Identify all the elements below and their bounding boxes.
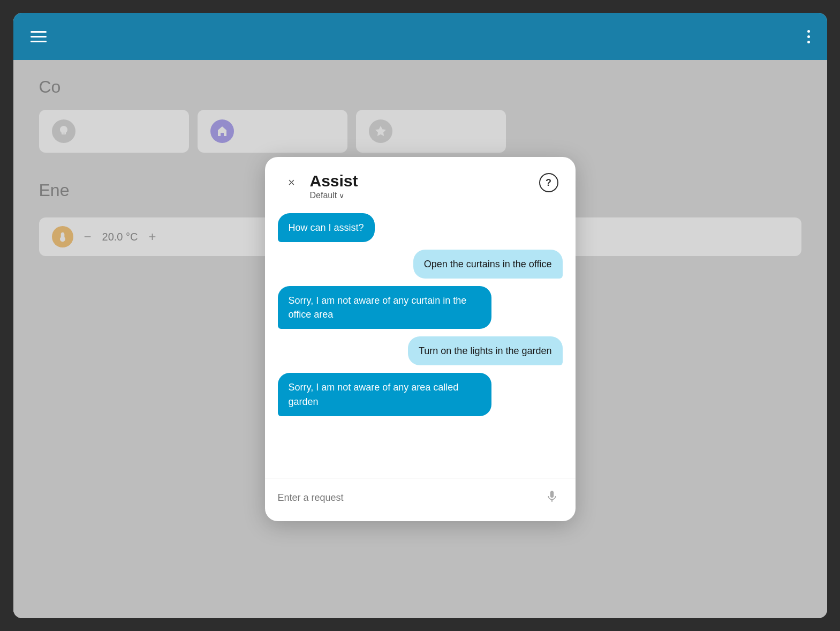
assist-dialog: × Assist Default ∨ ? How can [265,157,576,521]
title-block: Assist Default ∨ [310,172,358,200]
content-area: Co [13,60,827,618]
microphone-icon [545,490,559,506]
input-area [265,478,576,521]
menu-button[interactable] [31,31,47,42]
top-bar [13,13,827,60]
dialog-subtitle[interactable]: Default ∨ [310,191,358,200]
request-input[interactable] [278,488,535,508]
message-2: Sorry, I am not aware of any curtain in … [278,286,491,329]
chat-area: How can I assist? Open the curtains in t… [265,209,576,478]
dialog-header: × Assist Default ∨ ? [265,157,576,209]
help-button[interactable]: ? [539,173,558,192]
message-0: How can I assist? [278,213,375,242]
microphone-button[interactable] [541,487,563,508]
device-frame: Co [13,13,827,618]
dialog-title: Assist [310,172,358,190]
close-button[interactable]: × [282,173,301,192]
dialog-title-area: × Assist Default ∨ [282,172,358,200]
dialog-overlay: × Assist Default ∨ ? How can [13,60,827,618]
message-1: Open the curtains in the office [413,250,563,279]
chevron-down-icon: ∨ [339,191,344,200]
more-options-button[interactable] [807,30,810,43]
subtitle-text: Default [310,191,337,200]
message-3: Turn on the lights in the garden [408,336,563,365]
message-4: Sorry, I am not aware of any area called… [278,373,491,416]
